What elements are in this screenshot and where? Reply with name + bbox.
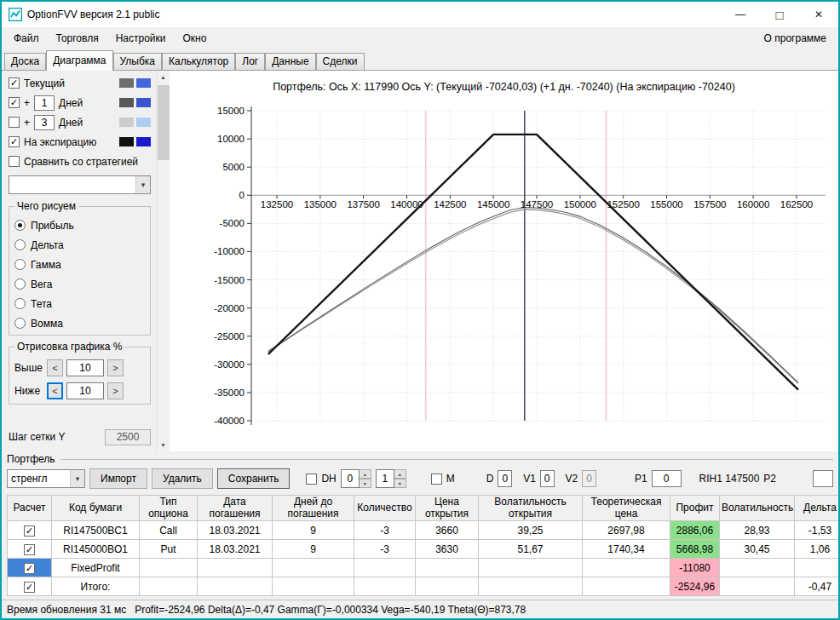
column-header-7[interactable]: Волатильность открытия (479, 496, 583, 521)
cell-0-7[interactable]: 39,25 (479, 521, 583, 540)
cell-1-2[interactable]: Put (140, 540, 198, 559)
radio-theta[interactable] (14, 298, 26, 309)
layer-current-color-swatch-1[interactable] (119, 78, 134, 88)
cell-0-9[interactable]: 2886,06 (670, 521, 720, 540)
row-3-calc-checkbox[interactable]: ✓ (24, 582, 35, 593)
row-2-calc-checkbox[interactable]: ✓ (24, 563, 35, 574)
calc-cell[interactable]: ✓ (8, 540, 52, 559)
range-below-input[interactable]: 10 (66, 382, 104, 399)
cell-3-4[interactable] (273, 577, 354, 596)
dh-spinner-2-up-icon[interactable]: ▴ (394, 469, 406, 479)
cell-0-8[interactable]: 2697,98 (583, 521, 670, 540)
cell-2-3[interactable] (198, 559, 273, 577)
tab-log[interactable]: Лог (235, 53, 265, 70)
cell-1-7[interactable]: 51,67 (479, 540, 583, 559)
cell-3-6[interactable] (416, 577, 479, 596)
menu-about[interactable]: О программе (756, 27, 835, 49)
minimize-button[interactable]: — (721, 2, 760, 27)
cell-3-7[interactable] (479, 577, 583, 596)
cell-2-1[interactable]: FixedProfit (52, 559, 140, 577)
row-1-calc-checkbox[interactable]: ✓ (24, 544, 35, 555)
tab-diagram[interactable]: Диаграмма (46, 50, 112, 71)
tab-deals[interactable]: Сделки (316, 53, 365, 70)
grid-step-input[interactable]: 2500 (105, 429, 151, 445)
layer-plus-1-days-color-swatch-2[interactable] (136, 98, 151, 107)
column-header-1[interactable]: Код бумаги (52, 496, 140, 521)
layer-plus-1-days-color-swatch-1[interactable] (119, 98, 134, 107)
menu-file[interactable]: Файл (5, 27, 48, 49)
column-header-2[interactable]: Тип опциона (140, 496, 198, 521)
layer-plus-3-days-color-swatch-1[interactable] (119, 118, 134, 127)
v1-field[interactable]: 0 (540, 470, 555, 487)
column-header-4[interactable]: Дней до погашения (273, 496, 354, 521)
layer-current-checkbox[interactable]: ✓ (9, 78, 20, 89)
cell-3-3[interactable] (198, 577, 273, 596)
range-above-input[interactable]: 10 (66, 359, 104, 376)
column-header-calc[interactable]: Расчет (8, 496, 52, 521)
row-0-calc-checkbox[interactable]: ✓ (24, 525, 35, 537)
scroll-up-icon[interactable]: ▲ (157, 71, 170, 83)
layer-expiration-checkbox[interactable]: ✓ (9, 136, 20, 147)
range-above-increase-button[interactable]: > (107, 359, 124, 376)
dh-spinner-1-down-icon[interactable]: ▾ (360, 479, 371, 488)
radio-vega[interactable] (14, 278, 26, 290)
range-above-decrease-button[interactable]: < (47, 359, 63, 376)
cell-3-10[interactable] (720, 577, 795, 596)
calc-cell[interactable]: ✓ (8, 577, 52, 596)
cell-3-9[interactable]: -2524,96 (670, 577, 720, 596)
chevron-down-icon[interactable]: ▾ (135, 176, 150, 193)
compare-strategy-checkbox[interactable] (9, 156, 20, 167)
chevron-down-icon[interactable]: ▾ (70, 470, 84, 487)
column-header-5[interactable]: Количество (354, 496, 416, 521)
layer-expiration-color-swatch-2[interactable] (136, 137, 151, 146)
delete-button[interactable]: Удалить (152, 468, 213, 489)
scrollbar-thumb[interactable] (158, 85, 170, 160)
cell-0-11[interactable]: -1,53 (795, 521, 839, 540)
dh-checkbox[interactable] (306, 474, 317, 485)
m-checkbox[interactable] (431, 474, 442, 485)
maximize-button[interactable]: □ (760, 2, 799, 27)
v2-field[interactable]: 0 (582, 470, 596, 487)
cell-2-6[interactable] (416, 559, 479, 577)
layer-plus-3-days-days-input[interactable]: 3 (34, 115, 55, 130)
cell-3-2[interactable] (140, 577, 198, 596)
column-header-11[interactable]: Дельта (795, 496, 839, 521)
grid-step-auto-input[interactable]: 5000 (105, 451, 151, 452)
cell-1-5[interactable]: -3 (354, 540, 416, 559)
cell-3-5[interactable] (354, 577, 416, 596)
cell-2-5[interactable] (354, 559, 416, 577)
range-below-increase-button[interactable]: > (107, 382, 124, 399)
cell-1-1[interactable]: RI145000BO1 (52, 540, 140, 559)
compare-strategy-select[interactable]: ▾ (9, 175, 151, 194)
profit-chart[interactable]: 150001000050000-5000-10000-15000-20000-2… (170, 95, 838, 451)
tab-smile[interactable]: Улыбка (113, 53, 163, 70)
radio-profit[interactable] (14, 220, 26, 231)
column-header-6[interactable]: Цена открытия (416, 496, 479, 521)
calc-cell[interactable]: ✓ (8, 521, 52, 540)
column-header-3[interactable]: Дата погашения (198, 496, 273, 521)
layer-plus-1-days-days-input[interactable]: 1 (34, 95, 55, 111)
cell-2-2[interactable] (140, 559, 198, 577)
d-field[interactable]: 0 (498, 470, 512, 487)
menu-settings[interactable]: Настройки (107, 27, 175, 49)
tab-board[interactable]: Доска (4, 53, 46, 70)
column-header-10[interactable]: Волатильность (720, 496, 795, 521)
range-below-decrease-button[interactable]: < (47, 382, 63, 399)
layer-current-color-swatch-2[interactable] (136, 78, 151, 88)
cell-0-10[interactable]: 28,93 (720, 521, 795, 540)
cell-1-8[interactable]: 1740,34 (583, 540, 670, 559)
cell-0-6[interactable]: 3660 (416, 521, 479, 540)
cell-2-4[interactable] (273, 559, 354, 577)
cell-0-4[interactable]: 9 (273, 521, 354, 540)
layer-plus-3-days-color-swatch-2[interactable] (136, 118, 151, 127)
close-button[interactable]: ✕ (799, 2, 838, 27)
p1-field[interactable]: 0 (652, 470, 682, 487)
radio-delta[interactable] (14, 239, 26, 250)
cell-1-6[interactable]: 3630 (416, 540, 479, 559)
save-button[interactable]: Сохранить (217, 468, 291, 489)
column-header-8[interactable]: Теоретическая цена (583, 496, 670, 521)
layer-plus-1-days-checkbox[interactable]: ✓ (9, 97, 20, 108)
cell-1-11[interactable]: 1,06 (795, 540, 839, 559)
cell-2-8[interactable] (583, 559, 670, 577)
cell-0-1[interactable]: RI147500BC1 (52, 521, 140, 540)
